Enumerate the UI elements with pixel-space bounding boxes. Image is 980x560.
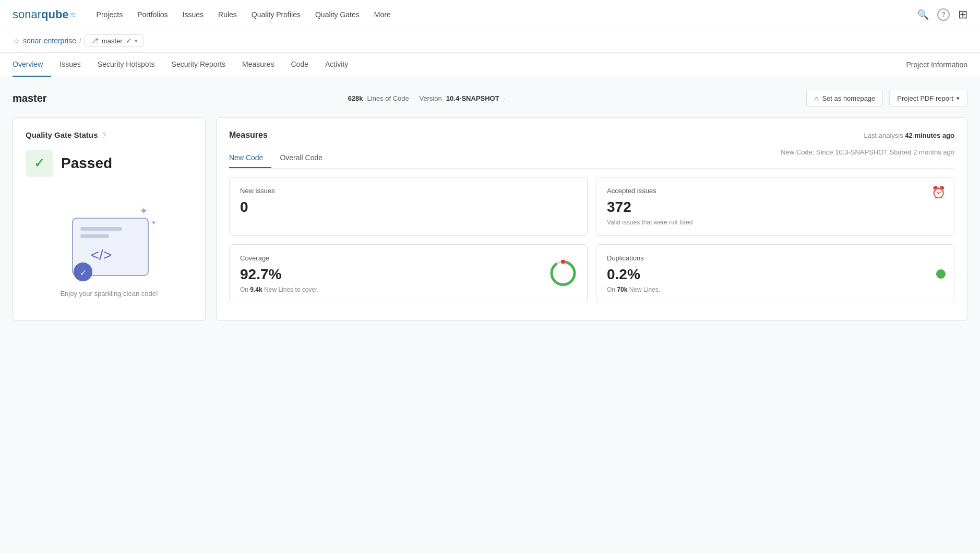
logo[interactable]: sonarqube ≋	[13, 8, 76, 21]
tab-issues[interactable]: Issues	[51, 53, 89, 77]
nav-links: Projects Portfolios Issues Rules Quality…	[97, 10, 917, 19]
page-title: master	[13, 92, 47, 104]
code-art: ✦ ✦ ✦ </> ✓	[62, 200, 156, 283]
measures-title: Measures	[229, 130, 268, 140]
card-title-row: Quality Gate Status ?	[26, 130, 193, 139]
measures-card: Measures Last analysis 42 minutes ago Ne…	[216, 117, 967, 321]
version-value: 10.4-SNAPSHOT	[446, 94, 499, 102]
tab-overview[interactable]: Overview	[13, 53, 51, 77]
branch-name: master	[102, 37, 123, 45]
sparkle-small-icon: ✦	[151, 219, 157, 227]
home-icon: ⌂	[814, 94, 819, 103]
duplications-value: 0.2%	[607, 266, 943, 283]
quality-gate-title: Quality Gate Status	[26, 130, 98, 139]
chevron-down-icon: ▾	[957, 95, 960, 102]
code-tag-icon: </>	[91, 247, 112, 263]
quality-gate-help-icon[interactable]: ?	[102, 131, 106, 139]
meta-separator: ·	[413, 94, 415, 102]
favorite-star-icon[interactable]: ☆	[13, 36, 20, 46]
tab-overall-code[interactable]: Overall Code	[271, 148, 331, 168]
logo-waves: ≋	[70, 10, 76, 19]
svg-rect-2	[80, 234, 109, 238]
quality-gate-card: Quality Gate Status ? ✓ Passed ✦ ✦ ✦	[13, 117, 206, 321]
top-nav: sonarqube ≋ Projects Portfolios Issues R…	[0, 0, 980, 29]
main-content: master 628k Lines of Code · Version 10.4…	[0, 77, 980, 554]
breadcrumb-bar: ☆ sonar-enterprise / ⎇ master ✓ ▾	[0, 29, 980, 53]
set-homepage-button[interactable]: ⌂ Set as homepage	[806, 90, 883, 107]
branch-check-icon: ✓	[126, 37, 132, 45]
dashboard-grid: Quality Gate Status ? ✓ Passed ✦ ✦ ✦	[13, 117, 967, 321]
new-code-description: New Code: Since 10.3-SNAPSHOT Started 2 …	[781, 148, 954, 168]
new-issues-card[interactable]: New issues 0	[229, 177, 588, 236]
coverage-card[interactable]: Coverage 92.7% On 9.4k New Lines to cove…	[229, 244, 588, 303]
branch-selector[interactable]: ⎇ master ✓ ▾	[85, 34, 144, 47]
nav-icons: 🔍 ? ⊞	[917, 8, 967, 21]
duplications-label: Duplications	[607, 254, 943, 262]
pdf-report-button[interactable]: Project PDF report ▾	[889, 90, 967, 107]
coverage-sub: On 9.4k New Lines to cover.	[240, 286, 577, 293]
branch-icon: ⎇	[90, 37, 99, 45]
clean-code-message: Enjoy your sparkling clean code!	[60, 290, 158, 297]
alarm-icon: ⏰	[931, 186, 946, 199]
svg-point-5	[552, 261, 575, 284]
coverage-value: 92.7%	[240, 266, 577, 283]
project-information-link[interactable]: Project Information	[906, 53, 968, 76]
breadcrumb-separator: /	[79, 37, 81, 45]
tab-measures[interactable]: Measures	[234, 53, 282, 77]
passed-row: ✓ Passed	[26, 150, 193, 177]
code-illustration-svg: ✦ ✦ ✦ </> ✓	[62, 200, 166, 289]
coverage-donut	[547, 257, 579, 290]
accepted-issues-sub: Valid issues that were not fixed	[607, 219, 943, 226]
lines-label: Lines of Code	[367, 94, 409, 102]
nav-quality-profiles[interactable]: Quality Profiles	[252, 10, 301, 19]
duplications-card[interactable]: Duplications 0.2% On 70k New Lines.	[596, 244, 954, 303]
chevron-down-icon: ▾	[135, 38, 138, 44]
coverage-donut-svg	[547, 257, 579, 289]
svg-point-6	[561, 259, 565, 264]
quality-gate-status: Passed	[61, 155, 112, 172]
tab-security-hotspots[interactable]: Security Hotspots	[89, 53, 163, 77]
coverage-label: Coverage	[240, 254, 577, 262]
tab-bar: Overview Issues Security Hotspots Securi…	[0, 53, 980, 77]
branch-actions: ⌂ Set as homepage Project PDF report ▾	[806, 90, 967, 107]
metrics-grid: New issues 0 Accepted issues 372 Valid i…	[229, 177, 954, 303]
duplications-dot-icon	[936, 269, 946, 279]
duplications-sub: On 70k New Lines.	[607, 286, 943, 293]
sparkle-icon: ✦	[139, 205, 148, 217]
nav-quality-gates[interactable]: Quality Gates	[315, 10, 360, 19]
tab-activity[interactable]: Activity	[317, 53, 356, 77]
code-tabs: New Code Overall Code New Code: Since 10…	[229, 148, 954, 169]
check-badge-icon: ✓	[80, 268, 87, 277]
help-icon[interactable]: ?	[937, 8, 950, 21]
accepted-issues-value: 372	[607, 199, 943, 216]
new-issues-label: New issues	[240, 187, 577, 195]
lines-value: 628k	[348, 94, 363, 102]
tab-new-code[interactable]: New Code	[229, 148, 271, 168]
version-label: Version	[419, 94, 441, 102]
breadcrumb-project[interactable]: sonar-enterprise	[23, 37, 76, 45]
code-illustration: ✦ ✦ ✦ </> ✓ Enjoy yo	[26, 189, 193, 308]
apps-icon[interactable]: ⊞	[958, 8, 967, 21]
nav-portfolios[interactable]: Portfolios	[137, 10, 168, 19]
meta-separator-2: ·	[504, 94, 506, 102]
svg-rect-1	[80, 227, 122, 231]
accepted-issues-label: Accepted issues	[607, 187, 943, 195]
tab-security-reports[interactable]: Security Reports	[163, 53, 234, 77]
new-issues-value: 0	[240, 199, 577, 216]
branch-header: master 628k Lines of Code · Version 10.4…	[13, 90, 967, 107]
search-icon[interactable]: 🔍	[917, 9, 929, 20]
branch-meta: 628k Lines of Code · Version 10.4-SNAPSH…	[348, 94, 506, 102]
check-icon: ✓	[34, 156, 44, 171]
logo-text: sonarqube	[13, 8, 69, 21]
passed-badge: ✓	[26, 150, 53, 177]
nav-issues[interactable]: Issues	[183, 10, 204, 19]
tab-code[interactable]: Code	[283, 53, 317, 77]
nav-more[interactable]: More	[374, 10, 391, 19]
accepted-issues-card[interactable]: Accepted issues 372 Valid issues that we…	[596, 177, 954, 236]
measures-header: Measures Last analysis 42 minutes ago	[229, 130, 954, 140]
last-analysis: Last analysis 42 minutes ago	[864, 132, 954, 139]
nav-projects[interactable]: Projects	[97, 10, 123, 19]
nav-rules[interactable]: Rules	[218, 10, 237, 19]
